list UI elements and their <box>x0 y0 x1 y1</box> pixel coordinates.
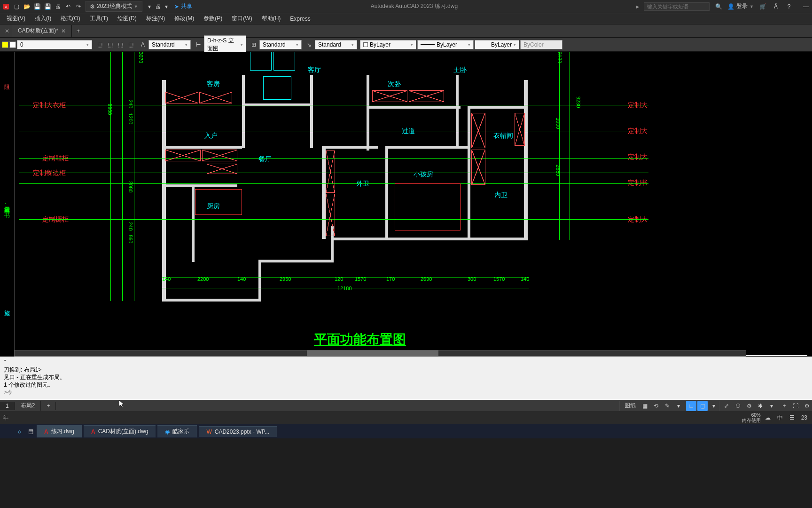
qat-more-icon[interactable]: ▾ <box>145 2 154 11</box>
textstyle-icon[interactable]: A <box>138 40 148 49</box>
snap-icon[interactable]: ∟ <box>686 401 696 411</box>
dimstyle-dropdown[interactable]: D-h-z-S 立面图 ▾ <box>204 35 246 54</box>
help-icon[interactable]: ? <box>785 2 793 11</box>
dim-text: 240 <box>128 100 133 108</box>
info-icon[interactable]: ▸ <box>636 3 639 10</box>
taskbar-item[interactable]: A 练习.dwg <box>37 425 82 437</box>
layer-tool-icon[interactable]: ⬚ <box>126 40 135 49</box>
kujiale-icon: ◉ <box>165 429 170 435</box>
mleader-dropdown[interactable]: Standard ▾ <box>315 40 357 49</box>
search-icon[interactable]: ⌕ <box>14 426 24 437</box>
taskbar-item[interactable]: ◉ 酷家乐 <box>157 425 197 437</box>
grid-icon[interactable]: ▦ <box>640 401 650 411</box>
search-box[interactable] <box>644 2 710 11</box>
undo-icon[interactable]: ↶ <box>64 2 72 11</box>
login-button[interactable]: 👤 登录 ▼ <box>727 2 754 10</box>
linetype-value: ByLayer <box>491 41 512 48</box>
search-input[interactable] <box>647 4 706 9</box>
pencil-icon[interactable]: ✎ <box>662 401 672 411</box>
mleader-icon[interactable]: ↘ <box>304 40 314 49</box>
tablestyle-icon[interactable]: ⊞ <box>249 40 258 49</box>
horizontal-scrollbar[interactable] <box>14 350 746 357</box>
taskbar-item[interactable]: A CAD材质(立面).dwg <box>84 425 156 437</box>
menu-insert[interactable]: 插入(I) <box>31 14 55 24</box>
dash-icon[interactable]: — <box>802 2 810 11</box>
menu-view[interactable]: 视图(V) <box>3 14 29 24</box>
tab-close-icon[interactable]: ✕ <box>61 28 66 34</box>
chevron-down-icon[interactable]: ▾ <box>673 401 684 411</box>
search-icon[interactable]: 🔍 <box>714 2 723 11</box>
menu-draw[interactable]: 绘图(D) <box>114 14 141 24</box>
autocad-icon: A <box>44 429 48 435</box>
person-icon[interactable]: ⚇ <box>733 401 743 411</box>
workspace-dropdown[interactable]: ⚙ 2023经典模式 ▼ <box>86 1 142 12</box>
linetype-dropdown[interactable]: ByLayer ▾ <box>475 40 519 49</box>
taskbar-item[interactable]: W CAD2023.pptx - WP... <box>199 426 277 437</box>
layer-tool-icon[interactable]: ⬚ <box>95 40 104 49</box>
saveas-icon[interactable]: 💾 <box>43 2 52 11</box>
layer-tool-icon[interactable]: ⬚ <box>105 40 115 49</box>
start-icon[interactable] <box>3 426 13 437</box>
cart-icon[interactable]: 🛒 <box>758 2 767 11</box>
lang-indicator[interactable]: 中 <box>775 413 785 423</box>
menu-modify[interactable]: 修改(M) <box>171 14 198 24</box>
open-icon[interactable]: 📂 <box>23 2 31 11</box>
textstyle-dropdown[interactable]: Standard ▾ <box>148 40 191 49</box>
print-icon-2[interactable]: 🖨 <box>154 2 162 11</box>
layout-tab[interactable]: 1 <box>0 402 15 410</box>
network-icon[interactable]: ☰ <box>787 413 797 423</box>
chevron-down-icon[interactable]: ▾ <box>709 401 719 411</box>
document-tab[interactable]: CAD材质(立面)* ✕ <box>12 25 72 37</box>
chevron-down-icon[interactable]: ▾ <box>766 401 777 411</box>
maximize-icon[interactable]: ⛶ <box>790 401 801 411</box>
command-window[interactable]: " 刀换到: 布局1> 见口 - 正在重生成布局。 1 个修改过的图元。 >令 <box>0 357 812 400</box>
cloud-icon[interactable]: ☁ <box>763 413 773 423</box>
wall <box>242 75 245 148</box>
app-menu-icon[interactable]: A <box>2 2 10 11</box>
taskbar-label: 练习.dwg <box>51 428 74 436</box>
layout-tab[interactable]: 布局2 <box>15 401 41 411</box>
color-swatch-icon[interactable] <box>9 41 16 48</box>
new-tab-button[interactable]: + <box>72 26 85 36</box>
kitchen-counter <box>195 189 242 215</box>
settings-icon[interactable]: ⚙ <box>802 401 812 411</box>
lineweight-dropdown[interactable]: ByLayer ▾ <box>417 40 474 49</box>
new-icon[interactable]: ▢ <box>12 2 21 11</box>
share-button[interactable]: ➤ 共享 <box>174 2 192 10</box>
menu-dimension[interactable]: 标注(N) <box>142 14 169 24</box>
guide-line <box>19 132 648 132</box>
layer-tool-icon[interactable]: ⬚ <box>116 40 125 49</box>
print-icon[interactable]: 🖨 <box>54 2 62 11</box>
ortho-icon[interactable]: ▢ <box>697 401 708 411</box>
menu-tools[interactable]: 工具(T) <box>86 14 112 24</box>
save-icon[interactable]: 💾 <box>33 2 41 11</box>
plus-icon[interactable]: + <box>779 401 789 411</box>
redo-icon[interactable]: ↷ <box>74 2 83 11</box>
refresh-icon[interactable]: ⟲ <box>651 401 661 411</box>
color-swatch-icon[interactable] <box>2 41 8 48</box>
layer-dropdown[interactable]: 0 ▾ <box>17 40 92 49</box>
plotstyle-dropdown[interactable]: ByColor <box>520 40 562 49</box>
menu-express[interactable]: Express <box>286 15 314 23</box>
user-icon: 👤 <box>727 3 734 10</box>
chevron-down-icon[interactable]: ▾ <box>162 2 171 11</box>
tablestyle-dropdown[interactable]: Standard ▾ <box>259 40 302 49</box>
tab-close-icon[interactable]: ✕ <box>2 28 12 34</box>
layout-tab-add[interactable]: + <box>41 402 56 410</box>
gear-icon[interactable]: ⚙ <box>744 401 754 411</box>
autodesk-icon[interactable]: Å <box>772 2 780 11</box>
scrollbar-thumb[interactable] <box>307 350 438 356</box>
figure-title: 平面功能布置图 <box>314 331 406 349</box>
linecolor-dropdown[interactable]: ByLayer ▾ <box>360 40 416 49</box>
drawing-canvas[interactable]: 阻 室内设计图纸、书 施 客房 客厅 次卧 主卧 入户 过道 衣帽间 餐厅 <box>0 52 812 357</box>
cmd-prompt[interactable]: >令 <box>4 389 808 396</box>
menu-parametric[interactable]: 参数(P) <box>200 14 226 24</box>
taskview-icon[interactable]: ▤ <box>25 426 36 437</box>
share-label: 共享 <box>181 2 192 10</box>
menu-help[interactable]: 帮助(H) <box>258 14 285 24</box>
menu-format[interactable]: 格式(O) <box>57 14 84 24</box>
dimstyle-icon[interactable]: ⊢ <box>194 40 203 49</box>
gear-icon[interactable]: ✱ <box>755 401 765 411</box>
scale-icon[interactable]: ⤢ <box>721 401 732 411</box>
menu-window[interactable]: 窗口(W) <box>228 14 256 24</box>
